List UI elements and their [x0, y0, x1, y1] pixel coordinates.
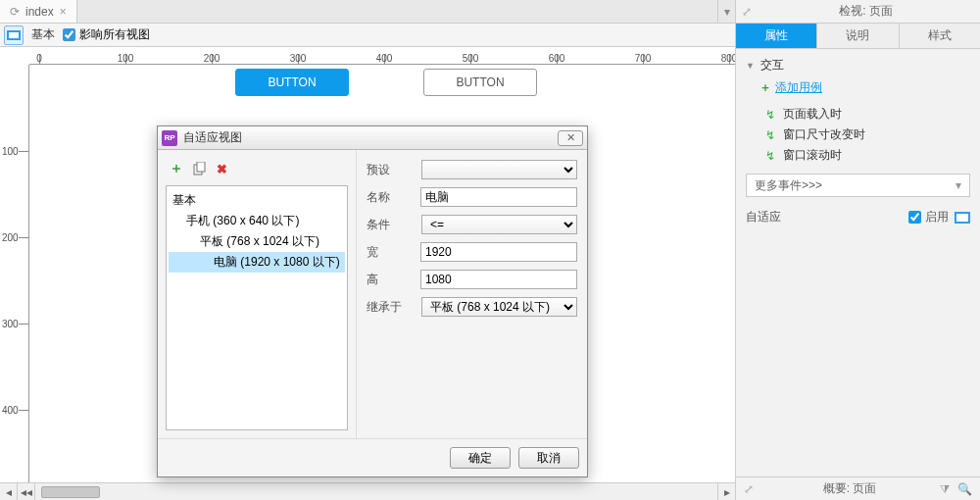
scroll-left-button-2[interactable]: ◂◂	[18, 483, 35, 500]
outline-panel-header[interactable]: ⤢ 概要: 页面 ⧩ 🔍	[736, 476, 980, 500]
condition-select[interactable]: <=	[421, 215, 577, 234]
scroll-right-button[interactable]: ▸	[717, 483, 735, 500]
tree-item[interactable]: 平板 (768 x 1024 以下)	[169, 231, 345, 252]
inherit-label: 继承于	[367, 299, 414, 316]
search-icon[interactable]: 🔍	[957, 482, 972, 496]
preset-label: 预设	[367, 162, 414, 178]
enable-adaptive-checkbox[interactable]: 启用	[908, 209, 949, 225]
ruler-horizontal: 0100200300400500600700800	[29, 47, 735, 65]
inspector-panel: ⤢ 检视: 页面 属性 说明 样式 ▼ 交互 ＋ 添加用例 页面载入时 窗口尺寸…	[735, 0, 980, 500]
canvas-toolbar: 基本 影响所有视图	[0, 24, 735, 47]
close-icon[interactable]: ×	[60, 5, 67, 19]
dialog-title: 自适应视图	[183, 129, 242, 146]
svg-rect-3	[197, 162, 205, 172]
dialog-close-button[interactable]: ✕	[558, 130, 583, 146]
event-item[interactable]: 窗口滚动时	[746, 145, 970, 166]
preset-select[interactable]	[421, 160, 577, 179]
tab-properties[interactable]: 属性	[736, 24, 817, 48]
add-case-link[interactable]: ＋ 添加用例	[760, 79, 970, 96]
adaptive-views-dialog: RP 自适应视图 ✕ ＋ ✖ 基本	[157, 125, 588, 477]
adaptive-label: 自适应	[746, 209, 781, 225]
event-icon	[763, 108, 777, 122]
collapse-icon[interactable]: ⤢	[742, 5, 752, 19]
ruler-vertical: 100200300400	[0, 65, 29, 500]
more-events-dropdown[interactable]: 更多事件>>>▾	[746, 174, 970, 197]
interactions-section-header[interactable]: ▼ 交互	[746, 57, 970, 74]
condition-label: 条件	[367, 217, 414, 233]
width-input[interactable]	[420, 242, 577, 262]
dialog-titlebar[interactable]: RP 自适应视图 ✕	[158, 126, 587, 150]
tree-root[interactable]: 基本	[169, 190, 345, 211]
affect-all-views-checkbox[interactable]: 影响所有视图	[63, 26, 150, 43]
widget-button-primary[interactable]: BUTTON	[235, 69, 349, 96]
tree-item[interactable]: 手机 (360 x 640 以下)	[169, 211, 345, 231]
scrollbar-thumb[interactable]	[41, 486, 100, 498]
document-tab[interactable]: ⟳ index ×	[0, 0, 77, 23]
horizontal-scrollbar[interactable]: ◂ ◂◂ ▸	[0, 482, 735, 500]
event-icon	[763, 128, 777, 142]
inspector-title: 检视: 页面	[758, 3, 974, 20]
device-icon[interactable]	[955, 212, 970, 224]
tab-notes[interactable]: 说明	[817, 24, 899, 48]
tab-label: index	[25, 5, 54, 19]
event-item[interactable]: 窗口尺寸改变时	[746, 125, 970, 145]
delete-view-button[interactable]: ✖	[217, 162, 227, 176]
add-view-button[interactable]: ＋	[170, 160, 183, 177]
width-label: 宽	[367, 244, 413, 261]
height-input[interactable]	[420, 270, 577, 289]
event-icon	[763, 149, 777, 163]
svg-rect-1	[9, 32, 19, 38]
name-label: 名称	[367, 189, 413, 206]
name-input[interactable]	[420, 187, 577, 207]
outline-title: 概要: 页面	[760, 480, 940, 497]
reload-icon[interactable]: ⟳	[10, 5, 20, 19]
inspector-header: ⤢ 检视: 页面	[736, 0, 980, 24]
scroll-left-button[interactable]: ◂	[0, 483, 18, 500]
chevron-down-icon: ▾	[956, 178, 961, 192]
document-tab-bar: ⟳ index × ▾	[0, 0, 735, 24]
svg-rect-5	[956, 214, 968, 222]
basic-view-label: 基本	[31, 26, 55, 43]
app-logo-icon: RP	[162, 130, 177, 146]
height-label: 高	[367, 272, 413, 288]
views-tree[interactable]: 基本 手机 (360 x 640 以下) 平板 (768 x 1024 以下) …	[166, 185, 348, 430]
collapse-icon[interactable]: ⤢	[744, 482, 754, 496]
tree-item-selected[interactable]: 电脑 (1920 x 1080 以下)	[169, 252, 345, 273]
inherit-select[interactable]: 平板 (768 x 1024 以下)	[421, 297, 577, 317]
filter-icon[interactable]: ⧩	[940, 482, 950, 496]
event-item[interactable]: 页面载入时	[746, 104, 970, 125]
ok-button[interactable]: 确定	[450, 447, 511, 469]
duplicate-view-button[interactable]	[193, 162, 207, 175]
inspector-tabs: 属性 说明 样式	[736, 24, 980, 49]
plus-icon: ＋	[760, 79, 771, 96]
tab-menu-chevron[interactable]: ▾	[717, 0, 735, 23]
triangle-down-icon: ▼	[746, 61, 755, 71]
cancel-button[interactable]: 取消	[518, 447, 579, 469]
tab-styles[interactable]: 样式	[900, 24, 980, 48]
widget-button-secondary[interactable]: BUTTON	[423, 69, 537, 96]
adaptive-view-icon[interactable]	[4, 25, 24, 45]
